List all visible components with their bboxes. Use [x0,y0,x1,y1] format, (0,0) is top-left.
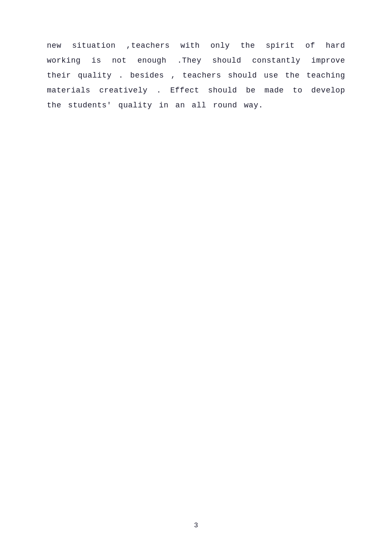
page-number: 3 [194,522,198,529]
page: new situation ,teachers with only the sp… [0,0,392,555]
main-paragraph: new situation ,teachers with only the sp… [47,38,345,113]
